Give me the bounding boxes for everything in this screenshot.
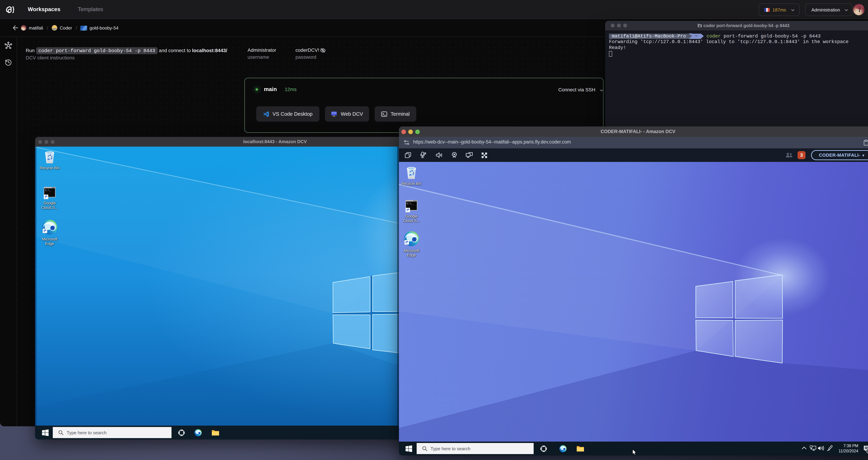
svg-text:C:\_: C:\_ <box>45 189 51 192</box>
svg-text:C:\_: C:\_ <box>407 202 413 205</box>
